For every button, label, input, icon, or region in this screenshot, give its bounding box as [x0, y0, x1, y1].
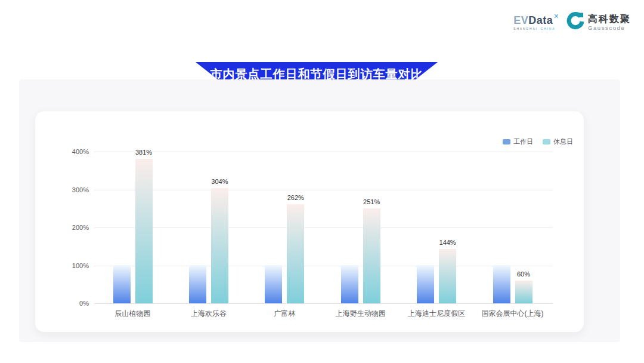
bar-restday[interactable]	[363, 208, 380, 303]
bar-restday[interactable]	[135, 159, 153, 303]
chart-card: 0%100%200%300%400%381%辰山植物园304%上海欢乐谷262%…	[35, 110, 584, 333]
bar-restday[interactable]	[287, 204, 304, 303]
legend-label: 休息日	[553, 137, 573, 146]
bar-workday[interactable]	[265, 265, 282, 303]
bar-restday[interactable]	[439, 249, 456, 303]
x-axis-line	[94, 303, 553, 304]
evdata-logo-ev: EV	[513, 15, 528, 26]
gausscode-en-label: Gausscode	[588, 25, 631, 31]
evdata-logo-data: Data	[528, 15, 553, 26]
y-axis-tick-label: 400%	[53, 148, 89, 155]
legend-swatch-icon	[503, 139, 510, 144]
bar-workday[interactable]	[341, 265, 358, 303]
legend-item-工作日[interactable]: 工作日	[503, 137, 533, 146]
bar-value-label: 251%	[351, 198, 392, 205]
bar-value-label: 262%	[275, 194, 317, 201]
bar-value-label: 60%	[503, 270, 544, 278]
gausscode-logo: 高科数聚 Gausscode	[566, 12, 631, 33]
bar-value-label: 381%	[123, 149, 165, 156]
legend-label: 工作日	[513, 137, 533, 146]
gridline	[94, 190, 553, 190]
gausscode-cn-label: 高科数聚	[588, 14, 631, 24]
bar-workday[interactable]	[113, 265, 131, 303]
gridline	[94, 266, 553, 266]
plot-area: 0%100%200%300%400%381%辰山植物园304%上海欢乐谷262%…	[35, 111, 584, 332]
legend-swatch-icon	[543, 139, 550, 144]
evdata-sub-shanghai: SHANGHAI	[513, 27, 538, 30]
bar-restday[interactable]	[211, 188, 228, 303]
evdata-x-icon: ✕	[553, 13, 559, 20]
chart-legend: 工作日休息日	[503, 137, 573, 146]
y-axis-tick-label: 0%	[53, 300, 89, 307]
y-axis-tick-label: 100%	[53, 262, 89, 269]
gausscode-g-icon	[566, 12, 584, 33]
bar-restday[interactable]	[515, 281, 532, 303]
bar-value-label: 304%	[199, 178, 240, 185]
x-axis-category-label: 国家会展中心(上海)	[468, 309, 558, 319]
gridline	[94, 227, 553, 228]
bar-workday[interactable]	[417, 265, 434, 303]
evdata-sub-china: CHINA	[541, 27, 556, 30]
y-axis-tick-label: 300%	[53, 186, 89, 193]
page: EVData✕ SHANGHAI CHINA 高科数聚 Gausscode 市内…	[0, 0, 644, 363]
bar-workday[interactable]	[189, 265, 206, 303]
header-logos: EVData✕ SHANGHAI CHINA 高科数聚 Gausscode	[513, 12, 631, 33]
y-axis-tick-label: 200%	[53, 224, 89, 231]
legend-item-休息日[interactable]: 休息日	[543, 137, 573, 146]
bar-value-label: 144%	[427, 239, 469, 246]
evdata-logo: EVData✕ SHANGHAI CHINA	[513, 15, 559, 30]
